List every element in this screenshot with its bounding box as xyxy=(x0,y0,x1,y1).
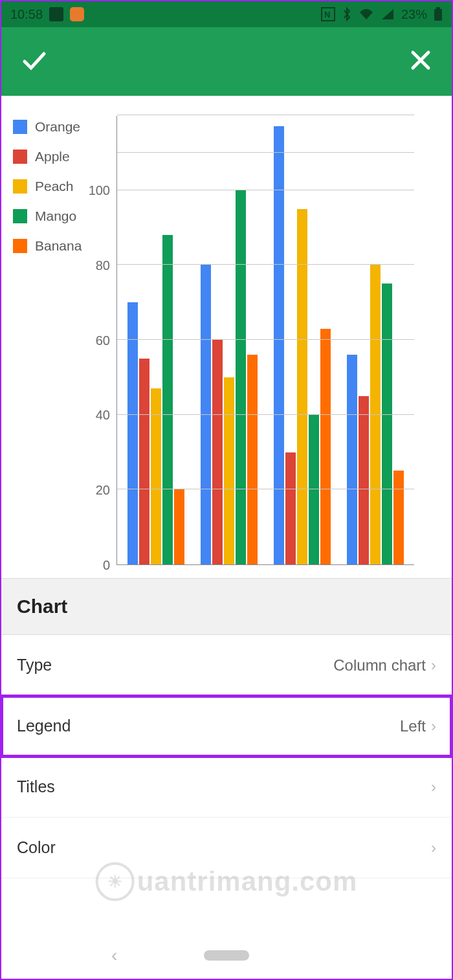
gridline xyxy=(117,489,414,489)
legend-label: Peach xyxy=(35,179,74,194)
row-type[interactable]: Type Column chart › xyxy=(1,635,452,696)
legend-item: Mango xyxy=(13,208,110,224)
check-icon xyxy=(19,46,48,74)
nav-home-pill[interactable] xyxy=(204,950,249,961)
battery-percent: 23% xyxy=(401,7,427,22)
row-legend-value: Left xyxy=(400,717,426,735)
nav-back-button[interactable]: ‹ xyxy=(111,945,117,966)
gridline xyxy=(117,264,414,265)
gridline xyxy=(117,190,414,190)
bar xyxy=(370,265,381,564)
bar xyxy=(297,209,307,564)
legend-item: Apple xyxy=(13,149,110,164)
svg-text:N: N xyxy=(324,10,330,19)
bar xyxy=(201,265,211,564)
row-color[interactable]: Color › xyxy=(1,818,452,878)
bar xyxy=(382,284,392,564)
row-color-label: Color xyxy=(17,838,56,857)
bar xyxy=(162,235,173,564)
bar xyxy=(347,355,357,564)
legend-label: Banana xyxy=(35,238,82,254)
bar xyxy=(212,340,223,564)
legend-swatch xyxy=(13,239,27,253)
bar xyxy=(359,396,369,564)
close-button[interactable] xyxy=(408,47,434,76)
chevron-right-icon: › xyxy=(431,656,436,674)
row-titles[interactable]: Titles › xyxy=(1,757,452,818)
close-icon xyxy=(408,47,434,73)
bar-group xyxy=(127,126,185,564)
bar xyxy=(224,377,234,564)
row-titles-label: Titles xyxy=(17,777,55,796)
legend-label: Mango xyxy=(35,208,76,224)
bar xyxy=(236,190,246,564)
bar-group xyxy=(200,126,258,564)
nfc-icon: N xyxy=(321,7,335,21)
bar xyxy=(320,329,331,564)
legend-swatch xyxy=(13,120,27,134)
chevron-right-icon: › xyxy=(431,778,436,796)
bar xyxy=(285,452,296,565)
legend-item: Banana xyxy=(13,238,110,254)
wifi-icon xyxy=(359,8,374,21)
app-notification-icon xyxy=(70,7,84,21)
legend-swatch xyxy=(13,150,27,164)
status-time: 10:58 xyxy=(10,7,43,22)
gridline xyxy=(117,115,414,115)
legend-label: Orange xyxy=(35,119,80,135)
chart-preview: OrangeApplePeachMangoBanana 100806040200 xyxy=(1,96,452,578)
row-type-value: Column chart xyxy=(333,656,426,674)
row-type-label: Type xyxy=(17,656,52,674)
image-icon xyxy=(49,7,63,21)
bar xyxy=(174,489,184,564)
bar xyxy=(393,471,404,564)
bar xyxy=(247,355,258,564)
signal-icon xyxy=(381,8,395,21)
row-legend[interactable]: Legend Left › xyxy=(1,696,452,757)
gridline xyxy=(117,339,414,340)
y-axis: 100806040200 xyxy=(110,116,116,565)
bluetooth-icon xyxy=(342,7,352,21)
bar xyxy=(274,126,284,564)
legend-swatch xyxy=(13,209,27,223)
system-nav-bar: ‹ xyxy=(1,932,452,979)
chevron-right-icon: › xyxy=(431,717,436,735)
battery-icon xyxy=(434,7,443,21)
bar xyxy=(151,388,161,564)
chevron-right-icon: › xyxy=(431,839,436,857)
row-legend-label: Legend xyxy=(17,717,71,735)
gridline xyxy=(117,152,414,153)
svg-rect-3 xyxy=(436,7,440,9)
gridline xyxy=(117,414,414,415)
chart-plot-area xyxy=(116,116,414,565)
bar xyxy=(139,359,149,564)
bar-group xyxy=(273,126,331,564)
app-bar xyxy=(1,27,452,96)
bar xyxy=(127,302,138,564)
legend-label: Apple xyxy=(35,149,70,164)
status-bar: 10:58 N 23% xyxy=(1,1,452,27)
svg-rect-2 xyxy=(434,9,442,21)
section-header-chart: Chart xyxy=(1,578,452,635)
legend-item: Orange xyxy=(13,119,110,135)
legend-swatch xyxy=(13,179,27,194)
bar-group xyxy=(346,126,404,564)
confirm-button[interactable] xyxy=(19,46,48,77)
